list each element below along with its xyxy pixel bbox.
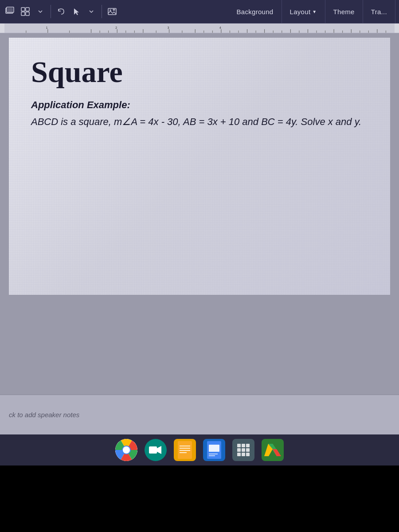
background-menu-item[interactable]: Background bbox=[228, 0, 282, 23]
transition-menu-item[interactable]: Tra... bbox=[363, 0, 395, 23]
main-content-area: Square Application Example: ABCD is a sq… bbox=[0, 33, 399, 434]
horizontal-ruler: // We'll draw ticks via SVG 1 2 3 4 bbox=[0, 23, 399, 33]
svg-text:2: 2 bbox=[115, 26, 117, 29]
taskbar bbox=[0, 434, 399, 466]
svg-rect-59 bbox=[180, 448, 190, 449]
svg-rect-65 bbox=[209, 455, 215, 456]
taskbar-drive-icon[interactable] bbox=[262, 439, 284, 461]
svg-rect-72 bbox=[237, 453, 241, 456]
svg-rect-3 bbox=[21, 8, 25, 11]
taskbar-appgrid-icon[interactable] bbox=[232, 439, 254, 461]
svg-point-55 bbox=[123, 446, 130, 454]
svg-rect-11 bbox=[4, 23, 395, 33]
svg-rect-68 bbox=[246, 444, 250, 447]
insert-image-icon[interactable] bbox=[106, 5, 119, 18]
toolbar-menu: Background Layout ▼ Theme Tra... bbox=[228, 0, 395, 23]
svg-rect-58 bbox=[180, 446, 190, 446]
cursor-icon[interactable] bbox=[70, 5, 83, 18]
svg-rect-71 bbox=[246, 448, 250, 452]
svg-rect-64 bbox=[209, 454, 218, 454]
taskbar-sheets-icon[interactable] bbox=[174, 439, 196, 461]
svg-rect-60 bbox=[180, 450, 190, 451]
layout-menu-item[interactable]: Layout ▼ bbox=[282, 0, 325, 23]
svg-rect-7 bbox=[108, 8, 116, 15]
svg-text:4: 4 bbox=[219, 26, 221, 29]
application-title[interactable]: Application Example: bbox=[31, 99, 368, 111]
black-bottom-bar bbox=[0, 466, 399, 532]
svg-rect-63 bbox=[209, 445, 219, 452]
cursor-dropdown-icon[interactable] bbox=[85, 5, 98, 18]
svg-rect-5 bbox=[21, 12, 25, 16]
svg-rect-74 bbox=[246, 453, 250, 456]
slide-title[interactable]: Square bbox=[31, 55, 368, 89]
svg-rect-70 bbox=[242, 448, 245, 452]
main-toolbar: Background Layout ▼ Theme Tra... bbox=[0, 0, 399, 23]
svg-text:3: 3 bbox=[168, 26, 169, 29]
separator-1 bbox=[51, 5, 51, 18]
svg-rect-2 bbox=[8, 8, 13, 12]
slides-icon[interactable] bbox=[4, 5, 17, 18]
svg-rect-73 bbox=[242, 453, 245, 456]
undo-icon[interactable] bbox=[55, 5, 68, 18]
separator-2 bbox=[102, 5, 102, 18]
svg-rect-67 bbox=[242, 444, 245, 447]
taskbar-chrome-icon[interactable] bbox=[115, 439, 137, 461]
taskbar-slides-icon[interactable] bbox=[203, 439, 225, 461]
slide-area: Square Application Example: ABCD is a sq… bbox=[0, 33, 399, 395]
notes-area[interactable]: ck to add speaker notes bbox=[0, 395, 399, 434]
slide-content: Square Application Example: ABCD is a sq… bbox=[9, 38, 390, 142]
svg-rect-4 bbox=[26, 8, 29, 11]
svg-rect-6 bbox=[26, 12, 29, 16]
application-body[interactable]: ABCD is a square, m∠A = 4x - 30, AB = 3x… bbox=[31, 114, 368, 129]
svg-rect-61 bbox=[180, 452, 187, 453]
dropdown-arrow-icon[interactable] bbox=[34, 5, 47, 18]
layout-arrow-icon: ▼ bbox=[312, 9, 317, 14]
grid-icon[interactable] bbox=[19, 5, 32, 18]
svg-text:1: 1 bbox=[46, 26, 48, 29]
theme-menu-item[interactable]: Theme bbox=[325, 0, 363, 23]
svg-rect-69 bbox=[237, 448, 241, 452]
taskbar-meet-icon[interactable] bbox=[145, 439, 167, 461]
notes-placeholder-text[interactable]: ck to add speaker notes bbox=[9, 411, 79, 419]
slide[interactable]: Square Application Example: ABCD is a sq… bbox=[9, 38, 390, 295]
svg-rect-66 bbox=[237, 444, 241, 447]
svg-rect-56 bbox=[149, 446, 157, 454]
